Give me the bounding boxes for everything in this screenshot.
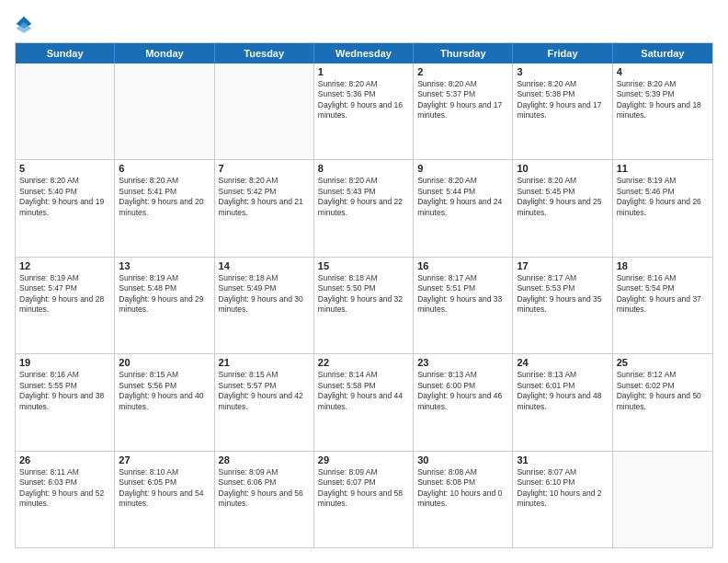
cell-info: Sunrise: 8:16 AM Sunset: 5:55 PM Dayligh… xyxy=(19,370,110,412)
day-number: 2 xyxy=(417,66,508,77)
day-number: 28 xyxy=(219,454,310,465)
calendar-cell xyxy=(613,452,712,547)
calendar-cell: 18Sunrise: 8:16 AM Sunset: 5:54 PM Dayli… xyxy=(613,258,712,353)
calendar-row-2: 12Sunrise: 8:19 AM Sunset: 5:47 PM Dayli… xyxy=(16,258,712,354)
cell-info: Sunrise: 8:15 AM Sunset: 5:56 PM Dayligh… xyxy=(119,370,210,412)
cell-info: Sunrise: 8:20 AM Sunset: 5:37 PM Dayligh… xyxy=(417,79,508,121)
cell-info: Sunrise: 8:20 AM Sunset: 5:38 PM Dayligh… xyxy=(517,79,608,121)
day-number: 14 xyxy=(219,260,310,271)
calendar-cell: 21Sunrise: 8:15 AM Sunset: 5:57 PM Dayli… xyxy=(215,354,314,450)
day-number: 20 xyxy=(119,357,210,368)
day-number: 10 xyxy=(517,163,608,174)
calendar-cell: 22Sunrise: 8:14 AM Sunset: 5:58 PM Dayli… xyxy=(314,354,414,450)
cell-info: Sunrise: 8:19 AM Sunset: 5:47 PM Dayligh… xyxy=(19,273,110,316)
cell-info: Sunrise: 8:18 AM Sunset: 5:49 PM Dayligh… xyxy=(219,273,310,316)
calendar-cell: 24Sunrise: 8:13 AM Sunset: 6:01 PM Dayli… xyxy=(513,354,612,450)
calendar-cell: 6Sunrise: 8:20 AM Sunset: 5:41 PM Daylig… xyxy=(115,160,214,256)
calendar-cell xyxy=(16,63,115,159)
calendar-cell xyxy=(215,63,314,159)
day-number: 22 xyxy=(318,357,409,368)
day-number: 1 xyxy=(318,66,409,77)
day-number: 24 xyxy=(517,357,608,368)
day-number: 26 xyxy=(19,454,110,465)
day-number: 31 xyxy=(517,454,608,465)
cell-info: Sunrise: 8:20 AM Sunset: 5:39 PM Dayligh… xyxy=(617,79,709,121)
cell-info: Sunrise: 8:16 AM Sunset: 5:54 PM Dayligh… xyxy=(617,273,709,316)
calendar-cell: 15Sunrise: 8:18 AM Sunset: 5:50 PM Dayli… xyxy=(314,258,414,353)
cell-info: Sunrise: 8:20 AM Sunset: 5:45 PM Dayligh… xyxy=(517,176,608,218)
header-day-saturday: Saturday xyxy=(613,43,712,63)
cell-info: Sunrise: 8:07 AM Sunset: 6:10 PM Dayligh… xyxy=(517,467,608,510)
calendar-cell: 7Sunrise: 8:20 AM Sunset: 5:42 PM Daylig… xyxy=(215,160,314,256)
cell-info: Sunrise: 8:11 AM Sunset: 6:03 PM Dayligh… xyxy=(19,467,110,510)
header-day-friday: Friday xyxy=(513,43,612,63)
day-number: 12 xyxy=(19,260,110,271)
cell-info: Sunrise: 8:20 AM Sunset: 5:42 PM Dayligh… xyxy=(219,176,310,218)
logo xyxy=(15,15,37,33)
day-number: 19 xyxy=(19,357,110,368)
calendar-cell: 14Sunrise: 8:18 AM Sunset: 5:49 PM Dayli… xyxy=(215,258,314,353)
calendar-cell: 5Sunrise: 8:20 AM Sunset: 5:40 PM Daylig… xyxy=(16,160,115,256)
day-number: 7 xyxy=(219,163,310,174)
calendar-cell: 19Sunrise: 8:16 AM Sunset: 5:55 PM Dayli… xyxy=(16,354,115,450)
day-number: 8 xyxy=(318,163,409,174)
cell-info: Sunrise: 8:19 AM Sunset: 5:46 PM Dayligh… xyxy=(617,176,709,218)
calendar-cell: 3Sunrise: 8:20 AM Sunset: 5:38 PM Daylig… xyxy=(513,63,612,159)
calendar-row-1: 5Sunrise: 8:20 AM Sunset: 5:40 PM Daylig… xyxy=(16,160,712,257)
calendar-cell: 31Sunrise: 8:07 AM Sunset: 6:10 PM Dayli… xyxy=(513,452,612,547)
calendar-cell: 25Sunrise: 8:12 AM Sunset: 6:02 PM Dayli… xyxy=(613,354,712,450)
day-number: 27 xyxy=(119,454,210,465)
header xyxy=(15,15,713,33)
day-number: 17 xyxy=(517,260,608,271)
cell-info: Sunrise: 8:09 AM Sunset: 6:07 PM Dayligh… xyxy=(318,467,409,510)
calendar-cell: 28Sunrise: 8:09 AM Sunset: 6:06 PM Dayli… xyxy=(215,452,314,547)
calendar-cell: 4Sunrise: 8:20 AM Sunset: 5:39 PM Daylig… xyxy=(613,63,712,159)
calendar: SundayMondayTuesdayWednesdayThursdayFrid… xyxy=(15,42,713,548)
calendar-row-3: 19Sunrise: 8:16 AM Sunset: 5:55 PM Dayli… xyxy=(16,354,712,451)
cell-info: Sunrise: 8:13 AM Sunset: 6:01 PM Dayligh… xyxy=(517,370,608,412)
calendar-cell: 23Sunrise: 8:13 AM Sunset: 6:00 PM Dayli… xyxy=(414,354,513,450)
day-number: 6 xyxy=(119,163,210,174)
day-number: 13 xyxy=(119,260,210,271)
header-day-sunday: Sunday xyxy=(16,43,115,63)
cell-info: Sunrise: 8:20 AM Sunset: 5:41 PM Dayligh… xyxy=(119,176,210,218)
calendar-cell: 27Sunrise: 8:10 AM Sunset: 6:05 PM Dayli… xyxy=(115,452,214,547)
cell-info: Sunrise: 8:08 AM Sunset: 6:08 PM Dayligh… xyxy=(417,467,508,510)
calendar-cell: 26Sunrise: 8:11 AM Sunset: 6:03 PM Dayli… xyxy=(16,452,115,547)
day-number: 15 xyxy=(318,260,409,271)
header-day-tuesday: Tuesday xyxy=(215,43,314,63)
calendar-cell: 29Sunrise: 8:09 AM Sunset: 6:07 PM Dayli… xyxy=(314,452,414,547)
day-number: 3 xyxy=(517,66,608,77)
cell-info: Sunrise: 8:18 AM Sunset: 5:50 PM Dayligh… xyxy=(318,273,409,316)
calendar-header: SundayMondayTuesdayWednesdayThursdayFrid… xyxy=(16,43,712,63)
cell-info: Sunrise: 8:20 AM Sunset: 5:36 PM Dayligh… xyxy=(318,79,409,121)
calendar-cell: 11Sunrise: 8:19 AM Sunset: 5:46 PM Dayli… xyxy=(613,160,712,256)
calendar-row-4: 26Sunrise: 8:11 AM Sunset: 6:03 PM Dayli… xyxy=(16,452,712,547)
calendar-cell: 30Sunrise: 8:08 AM Sunset: 6:08 PM Dayli… xyxy=(414,452,513,547)
cell-info: Sunrise: 8:14 AM Sunset: 5:58 PM Dayligh… xyxy=(318,370,409,412)
cell-info: Sunrise: 8:19 AM Sunset: 5:48 PM Dayligh… xyxy=(119,273,210,316)
calendar-cell: 20Sunrise: 8:15 AM Sunset: 5:56 PM Dayli… xyxy=(115,354,214,450)
day-number: 18 xyxy=(617,260,709,271)
calendar-cell xyxy=(115,63,214,159)
cell-info: Sunrise: 8:20 AM Sunset: 5:43 PM Dayligh… xyxy=(318,176,409,218)
calendar-cell: 10Sunrise: 8:20 AM Sunset: 5:45 PM Dayli… xyxy=(513,160,612,256)
day-number: 23 xyxy=(417,357,508,368)
calendar-row-0: 1Sunrise: 8:20 AM Sunset: 5:36 PM Daylig… xyxy=(16,63,712,160)
cell-info: Sunrise: 8:12 AM Sunset: 6:02 PM Dayligh… xyxy=(617,370,709,412)
calendar-cell: 1Sunrise: 8:20 AM Sunset: 5:36 PM Daylig… xyxy=(314,63,414,159)
calendar-cell: 9Sunrise: 8:20 AM Sunset: 5:44 PM Daylig… xyxy=(414,160,513,256)
day-number: 16 xyxy=(417,260,508,271)
calendar-cell: 8Sunrise: 8:20 AM Sunset: 5:43 PM Daylig… xyxy=(314,160,414,256)
logo-icon xyxy=(15,15,33,33)
header-day-thursday: Thursday xyxy=(414,43,513,63)
cell-info: Sunrise: 8:17 AM Sunset: 5:53 PM Dayligh… xyxy=(517,273,608,316)
day-number: 21 xyxy=(219,357,310,368)
day-number: 25 xyxy=(617,357,709,368)
page: SundayMondayTuesdayWednesdayThursdayFrid… xyxy=(0,0,728,563)
calendar-cell: 12Sunrise: 8:19 AM Sunset: 5:47 PM Dayli… xyxy=(16,258,115,353)
calendar-body: 1Sunrise: 8:20 AM Sunset: 5:36 PM Daylig… xyxy=(16,63,712,547)
cell-info: Sunrise: 8:10 AM Sunset: 6:05 PM Dayligh… xyxy=(119,467,210,510)
calendar-cell: 13Sunrise: 8:19 AM Sunset: 5:48 PM Dayli… xyxy=(115,258,214,353)
cell-info: Sunrise: 8:20 AM Sunset: 5:44 PM Dayligh… xyxy=(417,176,508,218)
